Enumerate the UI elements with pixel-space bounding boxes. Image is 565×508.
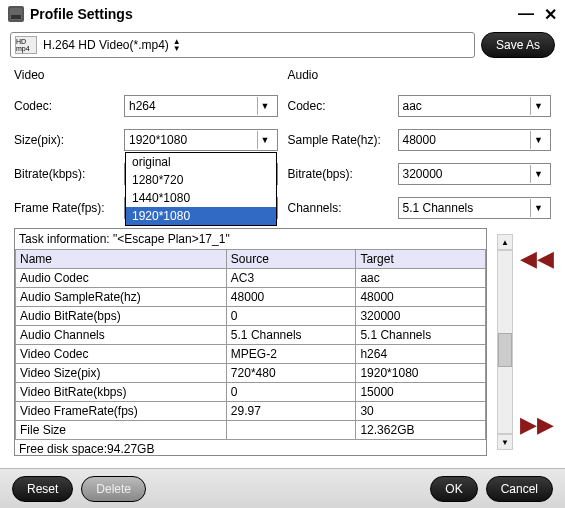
table-header: Name bbox=[16, 250, 227, 269]
chevron-down-icon: ▼ bbox=[530, 97, 546, 115]
size-option[interactable]: 1920*1080 bbox=[126, 207, 276, 225]
table-row: Video Size(pix)720*4801920*1080 bbox=[16, 364, 486, 383]
table-row: Audio BitRate(bps)0320000 bbox=[16, 307, 486, 326]
prev-task-icon[interactable]: ◀◀ bbox=[520, 248, 554, 270]
video-size-combo[interactable]: 1920*1080 ▼ original1280*7201440*1080192… bbox=[124, 129, 278, 151]
chevron-down-icon: ▼ bbox=[530, 131, 546, 149]
audio-codec-label: Codec: bbox=[288, 99, 398, 113]
scroll-down-button[interactable]: ▼ bbox=[497, 434, 513, 450]
table-row: Video FrameRate(fps)29.9730 bbox=[16, 402, 486, 421]
scrollbar-thumb[interactable] bbox=[498, 333, 512, 367]
app-icon bbox=[8, 6, 24, 22]
audio-bitrate-combo[interactable]: 320000 ▼ bbox=[398, 163, 552, 185]
save-as-button[interactable]: Save As bbox=[481, 32, 555, 58]
video-size-dropdown[interactable]: original1280*7201440*10801920*1080 bbox=[125, 152, 277, 226]
audio-section: Audio Codec: aac ▼ Sample Rate(hz): 4800… bbox=[288, 68, 552, 220]
size-option[interactable]: original bbox=[126, 153, 276, 171]
task-caption: Task information: "<Escape Plan>17_1" bbox=[15, 229, 486, 249]
table-row: Audio SampleRate(hz)4800048000 bbox=[16, 288, 486, 307]
close-icon[interactable]: ✕ bbox=[544, 5, 557, 24]
table-header: Source bbox=[226, 250, 356, 269]
audio-header: Audio bbox=[288, 68, 552, 82]
minimize-icon[interactable]: — bbox=[518, 5, 534, 24]
chevron-down-icon: ▼ bbox=[530, 165, 546, 183]
reset-button[interactable]: Reset bbox=[12, 476, 73, 502]
audio-channels-label: Channels: bbox=[288, 201, 398, 215]
window-title: Profile Settings bbox=[30, 6, 518, 22]
video-codec-combo[interactable]: h264 ▼ bbox=[124, 95, 278, 117]
profile-name: H.264 HD Video(*.mp4) bbox=[43, 38, 169, 52]
video-codec-label: Codec: bbox=[14, 99, 124, 113]
video-header: Video bbox=[14, 68, 278, 82]
table-header: Target bbox=[356, 250, 486, 269]
free-disk-label: Free disk space:94.27GB bbox=[15, 440, 486, 456]
audio-bitrate-label: Bitrate(bps): bbox=[288, 167, 398, 181]
table-row: Audio CodecAC3aac bbox=[16, 269, 486, 288]
size-option[interactable]: 1280*720 bbox=[126, 171, 276, 189]
task-table: NameSourceTarget Audio CodecAC3aacAudio … bbox=[15, 249, 486, 440]
ok-button[interactable]: OK bbox=[430, 476, 477, 502]
svg-rect-1 bbox=[11, 15, 21, 19]
table-row: Audio Channels5.1 Channels5.1 Channels bbox=[16, 326, 486, 345]
table-row: File Size12.362GB bbox=[16, 421, 486, 440]
table-row: Video BitRate(kbps)015000 bbox=[16, 383, 486, 402]
video-framerate-label: Frame Rate(fps): bbox=[14, 201, 124, 215]
audio-codec-combo[interactable]: aac ▼ bbox=[398, 95, 552, 117]
cancel-button[interactable]: Cancel bbox=[486, 476, 553, 502]
profile-spin-icon[interactable]: ▲▼ bbox=[173, 38, 181, 52]
audio-samplerate-combo[interactable]: 48000 ▼ bbox=[398, 129, 552, 151]
chevron-down-icon: ▼ bbox=[257, 131, 273, 149]
profile-thumb-icon: HD mp4 bbox=[15, 36, 37, 54]
profile-select[interactable]: HD mp4 H.264 HD Video(*.mp4) ▲▼ bbox=[10, 32, 475, 58]
next-task-icon[interactable]: ▶▶ bbox=[520, 414, 554, 436]
size-option[interactable]: 1440*1080 bbox=[126, 189, 276, 207]
task-info-panel: Task information: "<Escape Plan>17_1" Na… bbox=[14, 228, 487, 456]
audio-samplerate-label: Sample Rate(hz): bbox=[288, 133, 398, 147]
chevron-down-icon: ▼ bbox=[530, 199, 546, 217]
scroll-up-button[interactable]: ▲ bbox=[497, 234, 513, 250]
footer-bar: Reset Delete OK Cancel bbox=[0, 468, 565, 508]
video-bitrate-label: Bitrate(kbps): bbox=[14, 167, 124, 181]
chevron-down-icon: ▼ bbox=[257, 97, 273, 115]
table-row: Video CodecMPEG-2h264 bbox=[16, 345, 486, 364]
video-section: Video Codec: h264 ▼ Size(pix): 1920*1080… bbox=[14, 68, 278, 220]
delete-button[interactable]: Delete bbox=[81, 476, 146, 502]
video-size-label: Size(pix): bbox=[14, 133, 124, 147]
titlebar: Profile Settings — ✕ bbox=[0, 0, 565, 28]
audio-channels-combo[interactable]: 5.1 Channels ▼ bbox=[398, 197, 552, 219]
scrollbar-track[interactable] bbox=[497, 250, 513, 434]
